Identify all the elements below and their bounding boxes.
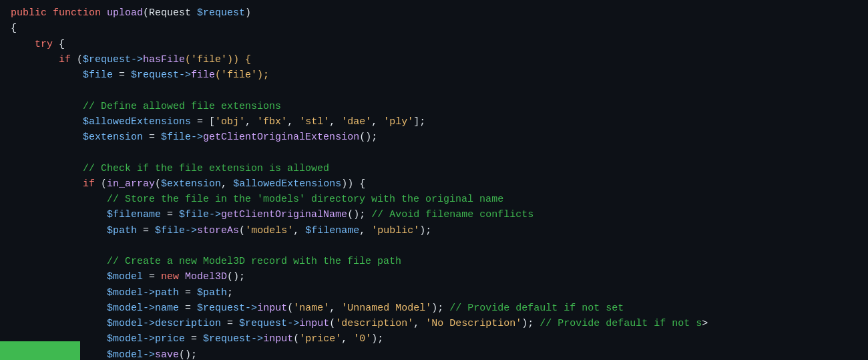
code-line: $model->name = $request->input('name', '…: [11, 301, 868, 316]
code-line: [11, 145, 868, 160]
code-line: $model->description = $request->input('d…: [11, 316, 868, 331]
code-line: $filename = $file->getClientOriginalName…: [11, 207, 868, 222]
code-line: public function upload(Request $request): [11, 5, 868, 21]
code-line: // Define allowed file extensions: [11, 99, 868, 114]
code-line: $file = $request->file('file');: [11, 67, 868, 83]
code-line: $model->price = $request->input('price',…: [11, 331, 868, 347]
code-line: if (in_array($extension, $allowedExtensi…: [11, 176, 868, 192]
code-line: [11, 83, 868, 98]
green-status-bar: [0, 341, 80, 360]
code-line: $model->path = $path;: [11, 285, 868, 301]
code-line: // Store the file in the 'models' direct…: [11, 192, 868, 207]
code-line: try {: [11, 37, 868, 52]
code-line: [11, 238, 868, 254]
code-line: $model = new Model3D();: [11, 269, 868, 285]
code-line: // Create a new Model3D record with the …: [11, 254, 868, 269]
code-line: $extension = $file->getClientOriginalExt…: [11, 130, 868, 145]
code-editor: public function upload(Request $request)…: [0, 0, 868, 360]
code-line: if ($request->hasFile('file')) {: [11, 52, 868, 67]
code-line: $path = $file->storeAs('models', $filena…: [11, 223, 868, 238]
code-line: {: [11, 21, 868, 36]
code-line: $allowedExtensions = ['obj', 'fbx', 'stl…: [11, 114, 868, 130]
code-line: // Check if the file extension is allowe…: [11, 161, 868, 176]
code-line: $model->save();: [11, 347, 868, 361]
